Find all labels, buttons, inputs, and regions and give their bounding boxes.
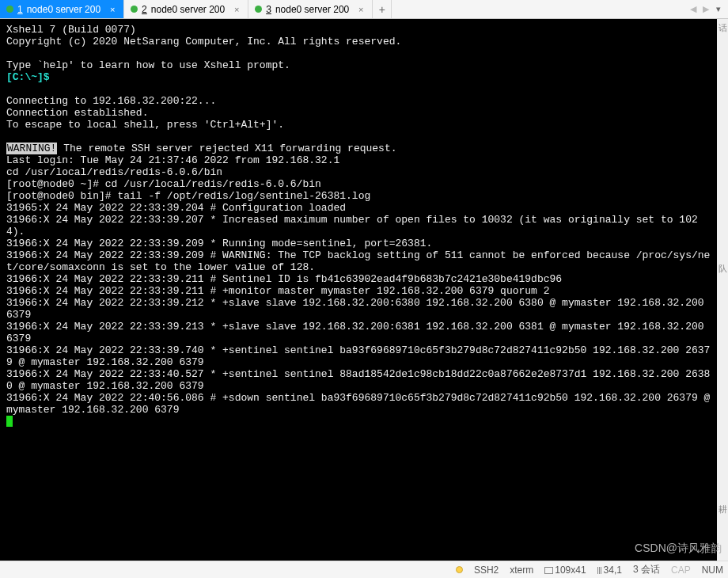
term-line: 31966:X 24 May 2022 22:33:39.740 * +sent…	[6, 344, 710, 368]
term-line: 31966:X 24 May 2022 22:33:39.209 # WARNI…	[6, 249, 710, 273]
term-line: Type `help' to learn how to use Xshell p…	[6, 59, 290, 71]
tab-num: 2	[142, 4, 147, 15]
term-prompt: [C:\~]$	[6, 71, 50, 83]
terminal[interactable]: Xshell 7 (Build 0077) Copyright (c) 2020…	[0, 19, 717, 561]
term-line: 31966:X 24 May 2022 22:33:39.211 # +moni…	[6, 285, 550, 297]
tab-next-icon[interactable]: ▶	[700, 4, 712, 14]
tab-num: 3	[266, 4, 271, 15]
status-dot-icon	[131, 6, 138, 13]
gutter-label[interactable]: 话	[719, 22, 727, 33]
status-protocol: SSH2	[474, 565, 499, 576]
term-line: 31966:X 24 May 2022 22:33:39.209 * Runni…	[6, 238, 432, 249]
tab-menu-icon[interactable]: ▾	[712, 4, 725, 14]
term-line: Xshell 7 (Build 0077)	[6, 24, 136, 36]
tab-label: node0 server 200	[151, 4, 225, 15]
term-line: 31966:X 24 May 2022 22:33:40.527 * +sent…	[6, 368, 710, 392]
term-line: [root@node0 ~]# cd /usr/local/redis/redi…	[6, 178, 321, 190]
close-icon[interactable]: ×	[232, 5, 241, 14]
term-line: Copyright (c) 2020 NetSarang Computer, I…	[6, 36, 401, 48]
terminal-area: Xshell 7 (Build 0077) Copyright (c) 2020…	[0, 19, 728, 561]
app-window: 1 node0 server 200 × 2 node0 server 200 …	[0, 0, 728, 578]
close-icon[interactable]: ×	[108, 5, 117, 14]
status-size: 109x41	[544, 565, 586, 576]
term-line: Last login: Tue May 24 21:37:46 2022 fro…	[6, 154, 339, 166]
tab-2[interactable]: 2 node0 server 200 ×	[124, 0, 248, 18]
tab-prev-icon[interactable]: ◀	[687, 4, 700, 14]
term-warning-badge: WARNING!	[6, 143, 57, 154]
status-num: NUM	[702, 565, 723, 576]
new-tab-button[interactable]: +	[373, 0, 392, 18]
status-dot-icon	[255, 6, 262, 13]
term-line: 31966:X 24 May 2022 22:33:39.211 # Senti…	[6, 273, 562, 285]
term-line: 31965:X 24 May 2022 22:33:39.204 # Confi…	[6, 202, 346, 214]
right-gutter: 话 队 耕	[717, 19, 728, 561]
cursor-pos-icon	[597, 565, 602, 572]
status-cap: CAP	[671, 565, 691, 576]
term-line: 31966:X 24 May 2022 22:40:56.086 # +sdow…	[6, 392, 716, 416]
tab-num: 1	[17, 4, 23, 15]
tab-label: node0 server 200	[27, 4, 100, 15]
term-line: 31966:X 24 May 2022 22:33:39.207 * Incre…	[6, 214, 698, 238]
term-line: Connection established.	[6, 107, 148, 119]
gutter-label[interactable]: 队	[719, 263, 727, 274]
status-dot-icon	[6, 6, 13, 13]
term-line: 31966:X 24 May 2022 22:33:39.212 * +slav…	[6, 297, 710, 321]
status-bar: SSH2 xterm 109x41 34,1 3 会话 CAP NUM	[0, 561, 728, 578]
term-line: The remote SSH server rejected X11 forwa…	[57, 143, 396, 154]
tab-1[interactable]: 1 node0 server 200 ×	[0, 0, 124, 18]
tab-label: node0 server 200	[275, 4, 349, 15]
tab-3[interactable]: 3 node0 server 200 ×	[248, 0, 373, 18]
status-termtype: xterm	[510, 565, 533, 576]
close-icon[interactable]: ×	[356, 5, 366, 14]
connection-led-icon	[456, 566, 463, 573]
size-icon	[544, 567, 553, 574]
tab-nav: ◀ ▶ ▾	[684, 4, 728, 14]
term-line: 31966:X 24 May 2022 22:33:39.213 * +slav…	[6, 321, 710, 344]
term-line: cd /usr/local/redis/redis-6.0.6/bin	[6, 166, 222, 178]
status-cursor: 34,1	[597, 565, 622, 576]
term-line: Connecting to 192.168.32.200:22...	[6, 95, 216, 107]
tab-bar: 1 node0 server 200 × 2 node0 server 200 …	[0, 0, 728, 19]
gutter-label[interactable]: 耕	[719, 504, 727, 515]
status-sessions: 3 会话	[633, 563, 660, 576]
term-line: [root@node0 bin]# tail -f /opt/redis/log…	[6, 190, 370, 202]
cursor-icon	[6, 416, 13, 427]
term-line: To escape to local shell, press 'Ctrl+Al…	[6, 119, 284, 131]
